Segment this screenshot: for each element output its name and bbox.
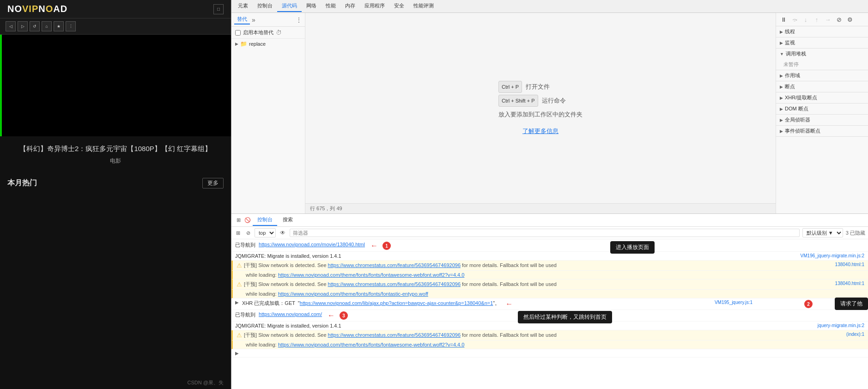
tab-application[interactable]: 应用程序 (360, 0, 389, 12)
debug-step-out-btn[interactable]: ↑ (812, 15, 821, 24)
console-clear-icon[interactable]: 🚫 (243, 216, 252, 225)
console-stop-icon[interactable]: ⊘ (244, 229, 252, 237)
warning-source-1[interactable]: 138040.html:1 (835, 262, 864, 267)
debugger-callstack-section: ▼ 调用堆栈 未暂停 (776, 49, 868, 70)
xhr-expand-icon[interactable]: ▶ (235, 300, 239, 305)
annotation-bubble-1: 进入播放页面 (610, 241, 655, 254)
jqmigrate-source-2[interactable]: jquery-migrate.min.js:2 (818, 323, 864, 328)
warning-sub-1: while loading: https://www.novipnoad.com… (246, 272, 464, 278)
movie-link[interactable]: https://www.novipnoad.com/movie/138040.h… (259, 242, 365, 247)
xhr-header[interactable]: ▶ XHR/提取断点 (776, 92, 868, 103)
font-link-1[interactable]: https://www.novipnoad.com/theme/fonts/fo… (278, 272, 465, 278)
event-listeners-header[interactable]: ▶ 事件侦听器断点 (776, 126, 868, 136)
editor-content: Ctrl + P 打开文件 Ctrl + Shift + P 运行命令 放入要添… (305, 13, 776, 203)
debug-step-into-btn[interactable]: ↓ (801, 15, 810, 24)
top-select[interactable]: top (255, 228, 276, 237)
debug-deactivate-btn[interactable]: ⊘ (834, 15, 844, 24)
nav-icons: ◁ ▷ ↺ ⌂ ★ ⋮ (0, 18, 231, 35)
annotation-number-1: 1 (382, 242, 391, 250)
devtools-main-area: 替代 » ⋮ 启用本地替代 ⏱ ▶ 📁 replace Ctrl + P (231, 13, 868, 213)
breakpoints-header[interactable]: ▶ 断点 (776, 81, 868, 92)
folder-name: replace (249, 41, 266, 47)
sidebar-more-icon[interactable]: » (252, 16, 255, 24)
xhr-link[interactable]: https://www.novipnoad.com/lib/ajax.php?a… (300, 300, 493, 306)
tab-elements[interactable]: 元素 (233, 0, 253, 12)
hint-row-2: Ctrl + Shift + P 运行命令 (498, 95, 583, 107)
tab-memory[interactable]: 内存 (340, 0, 360, 12)
chromestatus-link-1[interactable]: https://www.chromestatus.com/feature/563… (328, 262, 461, 268)
tab-network[interactable]: 网络 (302, 0, 321, 12)
debug-step-over-btn[interactable]: ⤼ (790, 15, 799, 24)
sidebar-tab-replace[interactable]: 替代 (234, 15, 250, 24)
nav-btn-1[interactable]: ◁ (6, 21, 16, 31)
expand-icon[interactable]: ▶ (235, 351, 239, 356)
arrow-1: ← (370, 242, 378, 250)
xhr-source[interactable]: VM195_jquery.js:1 (715, 300, 753, 305)
local-replace-checkbox[interactable] (235, 30, 241, 36)
progress-bar (0, 35, 2, 136)
console-msg-expand-row: ▶ (231, 349, 868, 358)
devtools-sidebar: 替代 » ⋮ 启用本地替代 ⏱ ▶ 📁 replace (231, 13, 305, 213)
console-tab-console[interactable]: 控制台 (253, 214, 277, 226)
movie-type: 电影 (7, 157, 224, 165)
warning-source-2[interactable]: 138040.html:1 (835, 281, 864, 286)
global-listeners-label: 全局侦听器 (785, 116, 810, 123)
dom-header[interactable]: ▶ DOM 断点 (776, 103, 868, 114)
console-msg-warning-3: ⚠ [干预] Slow network is detected. See htt… (231, 330, 868, 340)
filter-eye-icon[interactable]: 👁 (279, 229, 287, 237)
callstack-header[interactable]: ▼ 调用堆栈 (776, 49, 868, 59)
global-listeners-arrow-icon: ▶ (780, 118, 783, 122)
callstack-status: 未暂停 (783, 61, 799, 67)
nav-btn-2[interactable]: ▷ (18, 21, 28, 31)
tab-lighthouse[interactable]: 性能评测 (409, 0, 438, 12)
debug-step-btn[interactable]: → (823, 15, 832, 24)
arrow-xhr: ← (505, 300, 513, 308)
debug-settings-btn[interactable]: ⚙ (845, 15, 855, 24)
annotation-number-2: 2 (804, 300, 813, 308)
level-select[interactable]: 默认级别 ▼ (802, 228, 843, 237)
sidebar-folder-replace[interactable]: ▶ 📁 replace (231, 39, 305, 49)
sidebar-menu-icon[interactable]: ⋮ (296, 16, 302, 24)
chromestatus-link-2[interactable]: https://www.chromestatus.com/feature/563… (328, 281, 461, 287)
console-msg-navigate-2: 已导航到 https://www.novipnoad.com/ ← 3 然后经过… (231, 310, 868, 322)
tab-console[interactable]: 控制台 (253, 0, 277, 12)
console-tab-search[interactable]: 搜索 (278, 214, 297, 226)
threads-header[interactable]: ▶ 线程 (776, 26, 868, 37)
editor-status-bar: 行 675，列 49 (305, 203, 776, 213)
tab-performance[interactable]: 性能 (321, 0, 340, 12)
tab-sources[interactable]: 源代码 (277, 0, 302, 12)
folder-arrow-icon: ▶ (235, 42, 238, 46)
annotation-bubble-3: 然后经过某种判断，又跳转到首页 (518, 311, 612, 323)
font-link-2[interactable]: https://www.novipnoad.com/theme/fonts/fo… (278, 291, 428, 297)
global-listeners-header[interactable]: ▶ 全局侦听器 (776, 115, 868, 125)
nav-btn-6[interactable]: ⋮ (66, 21, 76, 31)
header-icon[interactable]: □ (213, 4, 224, 14)
console-messages: 已导航到 https://www.novipnoad.com/movie/138… (231, 239, 868, 389)
font-link-3[interactable]: https://www.novipnoad.com/theme/fonts/fo… (278, 342, 465, 347)
debug-pause-btn[interactable]: ⏸ (779, 15, 788, 24)
tab-security[interactable]: 安全 (389, 0, 409, 12)
threads-arrow-icon: ▶ (780, 30, 783, 34)
home-link[interactable]: https://www.novipnoad.com/ (259, 311, 322, 317)
devtools-editor: Ctrl + P 打开文件 Ctrl + Shift + P 运行命令 放入要添… (305, 13, 776, 213)
filter-input[interactable] (290, 229, 800, 237)
nav-btn-4[interactable]: ⌂ (42, 21, 52, 31)
console-sidebar-icon[interactable]: ⊞ (234, 229, 242, 237)
learn-more-link[interactable]: 了解更多信息 (522, 128, 558, 134)
chromestatus-link-3[interactable]: https://www.chromestatus.com/feature/563… (328, 332, 461, 338)
xhr-label: XHR/提取断点 (785, 94, 817, 101)
watch-arrow-icon: ▶ (780, 41, 783, 45)
watch-header[interactable]: ▶ 监视 (776, 37, 868, 48)
nav-btn-3[interactable]: ↺ (30, 21, 40, 31)
jqmigrate-source-1[interactable]: VM196_jquery-migrate.min.js:2 (801, 253, 864, 258)
debugger-scope-section: ▶ 作用域 (776, 70, 868, 81)
console-toolbar-icon[interactable]: ⊞ (234, 216, 243, 225)
scope-header[interactable]: ▶ 作用域 (776, 70, 868, 81)
more-button[interactable]: 更多 (202, 178, 224, 188)
kbd-ctrl-shift-p: Ctrl + Shift + P (498, 95, 538, 107)
nav-btn-5[interactable]: ★ (54, 21, 64, 31)
console-msg-warning-2b: while loading: https://www.novipnoad.com… (231, 290, 868, 298)
devtools-panel: 元素 控制台 源代码 网络 性能 内存 应用程序 安全 性能评测 替代 » ⋮ … (231, 0, 868, 389)
warning-source-3[interactable]: (index):1 (846, 332, 864, 337)
warning-icon-1: ⚠ (237, 262, 242, 269)
